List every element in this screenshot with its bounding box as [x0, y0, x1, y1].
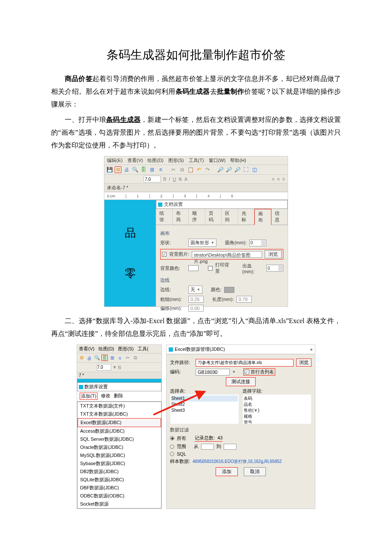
- dialog-titlebar[interactable]: 文档设置: [156, 200, 288, 209]
- doc-icon[interactable]: ⚙: [78, 355, 85, 361]
- align-left-icon[interactable]: ≡: [272, 176, 274, 182]
- font-size-input[interactable]: [144, 176, 161, 182]
- first-row-checkbox[interactable]: ✓: [245, 370, 249, 374]
- menu-shape[interactable]: 图形(S): [118, 346, 134, 351]
- bg-image-checkbox[interactable]: ✓: [162, 252, 167, 257]
- cancel-button[interactable]: 取消: [244, 467, 266, 476]
- border-color-swatch[interactable]: [224, 287, 234, 293]
- zoom-out-icon[interactable]: 🔎: [225, 166, 232, 173]
- bg-image-path[interactable]: strator\Desktop\商品价签图片.png: [192, 251, 262, 258]
- dialog-titlebar[interactable]: Excel数据源管理(JDBC) ×: [167, 345, 315, 354]
- menu-edit[interactable]: 编辑(E): [107, 158, 123, 163]
- preview-icon[interactable]: 🔍: [132, 166, 138, 173]
- offset-input[interactable]: 0.00: [188, 305, 204, 312]
- paste-icon[interactable]: 📋: [187, 166, 194, 173]
- datasource-item[interactable]: Oracle数据源(JDBC): [78, 443, 161, 451]
- align-center-icon[interactable]: ≡: [277, 176, 280, 182]
- corner-spinner[interactable]: 0: [249, 240, 266, 246]
- datasource-item[interactable]: Socket数据源: [78, 500, 161, 508]
- tab-paper[interactable]: 纸张: [156, 209, 173, 225]
- datasource-item[interactable]: DBF数据源(JDBC): [78, 484, 161, 492]
- bold-icon[interactable]: B: [163, 176, 166, 182]
- add-button[interactable]: 添加: [216, 467, 238, 476]
- menu-draw[interactable]: 绘图(D): [98, 346, 114, 351]
- path-input[interactable]: 习参考文件\超市价签\商品清单.xls: [196, 359, 294, 367]
- radio-range[interactable]: [170, 445, 174, 449]
- radio-all[interactable]: [170, 436, 174, 440]
- close-icon[interactable]: ×: [310, 347, 313, 352]
- font-size-input[interactable]: [97, 364, 111, 370]
- db-settings-titlebar[interactable]: 数据库设置: [77, 382, 161, 391]
- underline-icon[interactable]: U: [173, 176, 176, 182]
- redo-icon[interactable]: ↷: [204, 166, 211, 173]
- length-input[interactable]: 0.79: [236, 296, 252, 303]
- menu-view[interactable]: 查看(V): [127, 158, 143, 163]
- menu-window[interactable]: 窗口(W): [209, 158, 226, 163]
- grid-icon[interactable]: ⊞: [149, 166, 156, 173]
- list-item[interactable]: 品名: [244, 402, 310, 408]
- browse-button[interactable]: 浏览: [296, 358, 311, 367]
- print-icon[interactable]: 🖨: [86, 355, 92, 361]
- cut-icon[interactable]: ✂: [170, 166, 177, 173]
- datasource-item-excel[interactable]: Excel数据源(JDBC): [78, 418, 161, 427]
- list-item[interactable]: Sheet3: [171, 408, 238, 413]
- grid-icon[interactable]: ⊞: [109, 355, 115, 361]
- list-item[interactable]: 货号: [244, 419, 310, 424]
- print-icon[interactable]: 🖨: [123, 166, 130, 173]
- datasource-item[interactable]: Access数据源(JDBC): [78, 427, 161, 435]
- bg-color-swatch[interactable]: [188, 265, 199, 271]
- menu-tool[interactable]: 工具(T): [189, 158, 204, 163]
- database-icon[interactable]: 🗄: [101, 355, 108, 361]
- tab-layout[interactable]: 布局: [173, 209, 189, 225]
- editor-tab[interactable]: 7 *: [77, 372, 161, 379]
- menu-view[interactable]: 查看(V): [79, 346, 95, 351]
- crop-icon[interactable]: ◫: [251, 166, 258, 173]
- datasource-item[interactable]: SQLite数据源(JDBC): [78, 476, 161, 484]
- tab-range[interactable]: 区间: [222, 209, 238, 225]
- zoom-in-icon[interactable]: 🔎: [217, 166, 224, 173]
- super-icon[interactable]: A: [184, 176, 187, 182]
- menu-draw[interactable]: 绘图(D): [147, 158, 163, 163]
- db-add-button[interactable]: 添加(T): [80, 393, 98, 400]
- preview-icon[interactable]: 🔍: [94, 355, 100, 361]
- print-bg-checkbox[interactable]: [208, 266, 213, 271]
- tab-canvas[interactable]: 画布: [254, 209, 271, 225]
- list-item[interactable]: Sheet1: [171, 396, 238, 402]
- test-connect-button[interactable]: 测试连接: [226, 377, 256, 386]
- field-listbox[interactable]: 条码 品名 售价(￥) 规格 货号: [242, 394, 311, 424]
- shape-select[interactable]: 圆角矩形▼: [188, 239, 216, 247]
- copy-icon[interactable]: ⧉: [179, 166, 185, 173]
- from-spinner[interactable]: [201, 444, 214, 450]
- list-item[interactable]: 规格: [244, 413, 310, 419]
- tab-cursor[interactable]: 光标: [238, 209, 255, 225]
- menu-tool[interactable]: 工具(: [138, 346, 149, 351]
- browse-button[interactable]: 浏览: [265, 250, 282, 258]
- tab-page[interactable]: 页码: [205, 209, 222, 225]
- list-item[interactable]: 条码: [244, 396, 310, 402]
- table-listbox[interactable]: Sheet1 Sheet2 Sheet3: [170, 394, 239, 424]
- tab-info[interactable]: 信息: [271, 209, 288, 225]
- editor-tab[interactable]: 未命名-7 *: [104, 184, 288, 192]
- align-right-icon[interactable]: ≡: [282, 176, 285, 182]
- italic-icon[interactable]: I: [169, 176, 170, 182]
- datasource-item[interactable]: SQL Server数据源(JDBC): [78, 435, 161, 443]
- bleed-spinner[interactable]: 0: [266, 265, 283, 272]
- lines-icon[interactable]: ≡: [157, 166, 164, 173]
- undo-icon[interactable]: ↶: [196, 166, 202, 173]
- fullscreen-icon[interactable]: ⛶: [242, 166, 249, 173]
- save-icon[interactable]: 💾: [106, 166, 113, 173]
- cut-icon[interactable]: ✂: [124, 355, 131, 361]
- copy-icon[interactable]: ⧉: [132, 355, 138, 361]
- thickness-input[interactable]: 0.26: [188, 296, 204, 303]
- datasource-item[interactable]: ODBC数据源(ODBC): [78, 492, 161, 500]
- strike-icon[interactable]: S: [179, 176, 182, 182]
- db-delete-button[interactable]: 删除: [114, 393, 123, 400]
- db-edit-button[interactable]: 修改: [101, 393, 110, 400]
- to-spinner[interactable]: [224, 444, 236, 450]
- datasource-item[interactable]: TXT文本数据源(文件): [78, 402, 161, 410]
- list-item[interactable]: Sheet2: [171, 402, 238, 408]
- datasource-item[interactable]: DB2数据源(JDBC): [78, 468, 161, 476]
- datasource-item[interactable]: MySQL数据源(JDBC): [78, 451, 161, 460]
- menu-help[interactable]: 帮助(H): [230, 158, 246, 163]
- database-icon[interactable]: 🗄: [140, 166, 147, 173]
